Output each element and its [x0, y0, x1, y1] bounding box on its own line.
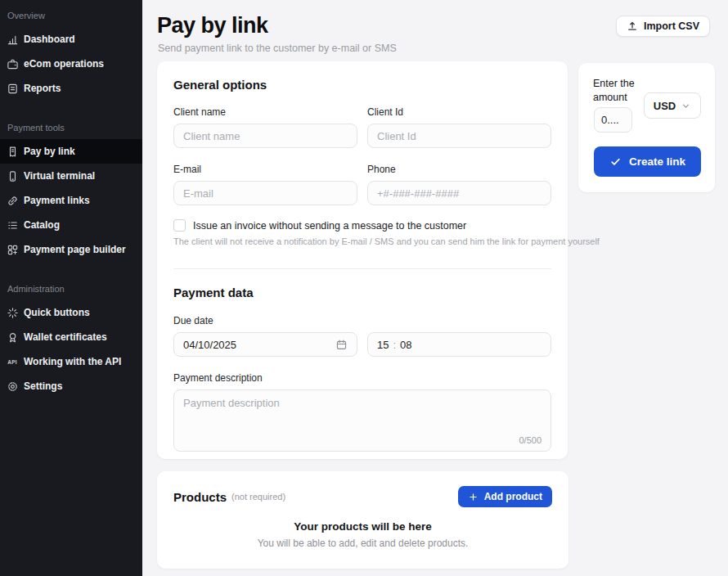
sidebar-item-catalog[interactable]: Catalog	[0, 213, 142, 237]
client-name-input[interactable]	[173, 124, 357, 148]
issue-invoice-checkbox[interactable]	[173, 219, 186, 232]
sidebar-item-virtual-terminal[interactable]: Virtual terminal	[0, 164, 142, 188]
upload-icon	[627, 20, 638, 32]
add-product-button[interactable]: Add product	[458, 486, 552, 507]
issue-invoice-label: Issue an invoice without sending a messa…	[193, 220, 466, 232]
sidebar-item-label: Reports	[24, 83, 61, 94]
client-id-input[interactable]	[367, 124, 551, 148]
medal-icon	[6, 331, 19, 344]
sidebar-item-label: Pay by link	[24, 146, 75, 157]
products-note: (not required)	[231, 492, 285, 502]
create-link-label: Create link	[629, 155, 685, 168]
sidebar-item-settings[interactable]: Settings	[0, 374, 142, 398]
products-empty-title: Your products will be here	[173, 520, 552, 533]
api-icon: API	[6, 355, 19, 368]
sidebar-item-wallet-certificates[interactable]: Wallet certificates	[0, 325, 142, 349]
sidebar-item-label: Working with the API	[24, 356, 121, 367]
link-icon	[6, 194, 19, 207]
sidebar-item-pay-by-link[interactable]: Pay by link	[0, 139, 142, 164]
section-divider	[173, 268, 551, 269]
plus-icon	[468, 492, 479, 502]
form-card: General options Client name Client Id E-…	[157, 61, 568, 459]
amount-input[interactable]	[594, 107, 632, 133]
issue-invoice-helper-text: The client will not receive a notificati…	[173, 236, 551, 246]
currency-select[interactable]: USD	[644, 92, 701, 119]
sidebar-item-label: Virtual terminal	[24, 170, 95, 182]
sidebar-item-quick-buttons[interactable]: Quick buttons	[0, 300, 142, 325]
sidebar-item-label: Settings	[24, 380, 62, 392]
calendar-icon[interactable]	[335, 339, 348, 351]
sidebar-item-label: Payment links	[24, 195, 90, 206]
client-name-label: Client name	[173, 106, 357, 118]
enter-amount-label: Enter the amount	[593, 77, 645, 105]
import-csv-button[interactable]: Import CSV	[616, 16, 710, 37]
sidebar-item-label: Wallet certificates	[24, 331, 107, 343]
bar-chart-icon	[6, 33, 19, 46]
grid-plus-icon	[6, 243, 19, 256]
general-options-heading: General options	[173, 78, 551, 92]
sidebar: OverviewDashboardeCom operationsReportsP…	[0, 0, 142, 576]
sidebar-item-label: Dashboard	[24, 34, 75, 45]
invoice-icon	[6, 145, 19, 158]
products-empty-subtitle: You will be able to add, edit and delete…	[173, 538, 552, 549]
due-date-value: 04/10/2025	[183, 339, 236, 351]
briefcase-icon	[6, 57, 19, 70]
phone-label: Phone	[367, 164, 551, 175]
sidebar-item-payment-links[interactable]: Payment links	[0, 188, 142, 213]
due-time-minute: 08	[400, 339, 411, 351]
currency-value: USD	[654, 100, 676, 112]
payment-description-label: Payment description	[173, 372, 551, 384]
page-title: Pay by link	[157, 13, 268, 38]
payment-description-input[interactable]	[174, 390, 550, 434]
due-time-input[interactable]: 15 : 08	[367, 332, 551, 357]
character-counter: 0/500	[519, 435, 542, 445]
due-time-hour: 15	[377, 339, 389, 351]
sparkle-icon	[6, 306, 19, 319]
sidebar-section-label: Payment tools	[0, 123, 142, 133]
chevron-down-icon	[681, 101, 691, 111]
products-card: Products (not required) Add product Your…	[157, 471, 568, 569]
email-input[interactable]	[173, 181, 357, 205]
list-icon	[6, 218, 19, 232]
sidebar-section-label: Overview	[0, 11, 142, 20]
add-product-label: Add product	[484, 491, 542, 502]
gear-icon	[6, 380, 19, 393]
sidebar-item-label: Catalog	[24, 219, 60, 231]
sidebar-item-label: eCom operations	[24, 58, 104, 70]
email-label: E-mail	[173, 164, 357, 175]
sidebar-section-payment-tools: Payment toolsPay by linkVirtual terminal…	[0, 123, 142, 262]
report-icon	[6, 82, 19, 95]
sidebar-section-label: Administration	[0, 284, 142, 294]
sidebar-item-payment-page-builder[interactable]: Payment page builder	[0, 237, 142, 262]
sidebar-item-ecom-operations[interactable]: eCom operations	[0, 52, 142, 76]
phone-icon	[6, 169, 19, 182]
sidebar-item-label: Payment page builder	[24, 244, 126, 255]
sidebar-section-administration: AdministrationQuick buttonsWallet certif…	[0, 284, 142, 398]
sidebar-item-reports[interactable]: Reports	[0, 76, 142, 101]
products-heading: Products	[173, 490, 227, 504]
due-date-label: Due date	[173, 315, 551, 326]
due-time-separator: :	[393, 339, 396, 351]
sidebar-item-dashboard[interactable]: Dashboard	[0, 27, 142, 52]
page-subtitle: Send payment link to the customer by e-m…	[158, 43, 397, 54]
amount-panel: Enter the amount USD Create link	[578, 63, 715, 192]
due-date-input[interactable]: 04/10/2025	[173, 332, 357, 357]
sidebar-item-label: Quick buttons	[24, 307, 90, 318]
sidebar-section-overview: OverviewDashboardeCom operationsReports	[0, 11, 142, 101]
import-csv-label: Import CSV	[644, 20, 699, 32]
payment-data-heading: Payment data	[173, 286, 551, 299]
create-link-button[interactable]: Create link	[594, 146, 701, 177]
client-id-label: Client Id	[367, 106, 551, 118]
sidebar-item-working-with-the-api[interactable]: APIWorking with the API	[0, 349, 142, 374]
check-icon	[609, 155, 622, 168]
phone-input[interactable]	[367, 181, 551, 205]
